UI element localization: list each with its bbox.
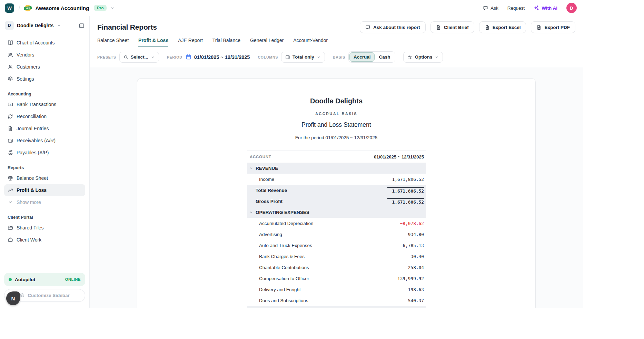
sidebar-item-vendors[interactable]: Vendors — [4, 49, 85, 61]
collapse-chevron-icon[interactable] — [249, 210, 253, 214]
account-value: 934.80 — [408, 232, 424, 237]
basis-label: BASIS — [333, 55, 345, 59]
period-value: 01/01/2025 ~ 12/31/2025 — [194, 54, 250, 60]
report-row-insurance[interactable]: Insurance 0 — [247, 306, 426, 308]
account-label: OPERATING EXPENSES — [256, 210, 309, 215]
account-value: 540.37 — [408, 298, 424, 303]
report-row-operating-expenses[interactable]: OPERATING EXPENSES — [247, 207, 426, 218]
chevron-down-icon — [57, 23, 61, 28]
sidebar-item-journal-entries[interactable]: Journal Entries — [4, 123, 85, 134]
sidebar-item-customers[interactable]: Customers — [4, 61, 85, 73]
account-label: Charitable Contributions — [259, 265, 309, 270]
sidebar-item-show-more[interactable]: Show more — [4, 196, 85, 208]
user-avatar[interactable]: D — [566, 3, 577, 13]
sidebar-item-receivables-a-r[interactable]: Receivables (A/R) — [4, 135, 85, 146]
sidebar-item-settings[interactable]: Settings — [4, 73, 85, 85]
autopilot-card[interactable]: Autopilot ONLINE — [4, 273, 85, 286]
workspace-name: Doodle Delights — [17, 23, 54, 28]
report-row-advertising: Advertising 934.80 — [247, 229, 426, 240]
tab-balance-sheet[interactable]: Balance Sheet — [97, 38, 129, 47]
presets-value: Select... — [131, 54, 148, 60]
account-label: Compensation to Officer — [259, 276, 309, 281]
account-column-header: ACCOUNT — [247, 155, 356, 159]
filter-bar: PRESETS Select... PERIOD 01/01/2025 ~ 12… — [90, 47, 583, 67]
report-row-income: Income 1,671,806.52 — [247, 174, 426, 185]
workspace-avatar: D — [5, 21, 14, 30]
ask-button[interactable]: Ask — [483, 6, 498, 11]
sidebar-item-label: Journal Entries — [17, 126, 49, 131]
workspace-switcher[interactable]: D Doodle Delights — [4, 20, 85, 31]
account-label: Income — [259, 177, 274, 182]
tab-aje-report[interactable]: AJE Report — [178, 38, 203, 47]
chat-icon — [365, 25, 370, 30]
file-text-icon — [436, 25, 441, 30]
sidebar-item-payables-a-p[interactable]: Payables (A/P) — [4, 147, 85, 158]
sidebar-item-label: Payables (A/P) — [17, 150, 49, 155]
page-header: Financial Reports Ask about this reportC… — [90, 16, 583, 33]
tab-trial-balance[interactable]: Trial Balance — [212, 38, 240, 47]
request-button[interactable]: Request — [507, 6, 525, 11]
sidebar: D Doodle Delights Chart of AccountsVendo… — [0, 16, 90, 308]
presets-select[interactable]: Select... — [119, 52, 159, 63]
sidebar-item-label: Customers — [17, 64, 40, 70]
columns-select[interactable]: Total only — [281, 52, 325, 63]
sliders-icon — [407, 55, 412, 60]
options-button[interactable]: Options — [403, 52, 443, 63]
account-label: Bank Charges & Fees — [259, 254, 305, 259]
account-label: Gross Profit — [256, 199, 283, 204]
account-label: REVENUE — [256, 166, 278, 171]
columns-icon — [285, 55, 290, 60]
ask-about-this-report-button[interactable]: Ask about this report — [360, 21, 426, 33]
app-name[interactable]: Awesome Accounting — [35, 5, 89, 11]
basis-option-cash[interactable]: Cash — [375, 52, 394, 62]
sidebar-nav: Chart of AccountsVendorsCustomersSetting… — [4, 37, 85, 246]
sidebar-item-label: Reconciliation — [17, 114, 47, 119]
report-row-compensation-to-officer: Compensation to Officer 139,999.92 — [247, 273, 426, 284]
report-content: Doodle Delights ACCRUAL BASIS Profit and… — [90, 67, 583, 308]
export-excel-button[interactable]: Export Excel — [479, 21, 526, 33]
columns-value: Total only — [293, 54, 314, 60]
file-text-icon — [8, 126, 13, 131]
sidebar-item-bank-transactions[interactable]: $Bank Transactions — [4, 99, 85, 110]
chevron-down-icon — [8, 199, 13, 205]
sidebar-item-label: Client Work — [17, 237, 41, 243]
header-actions: Ask about this reportClient BriefExport … — [360, 21, 575, 33]
sidebar-item-reconciliation[interactable]: Reconciliation — [4, 111, 85, 122]
sidebar-item-chart-of-accounts[interactable]: Chart of Accounts — [4, 37, 85, 49]
account-value: 139,999.92 — [397, 276, 424, 281]
sidebar-item-label: Shared Files — [17, 225, 44, 230]
tab-general-ledger[interactable]: General Ledger — [250, 38, 284, 47]
export-pdf-button[interactable]: Export PDF — [531, 21, 575, 33]
options-label: Options — [415, 54, 432, 60]
search-icon — [123, 55, 128, 60]
client-brief-button[interactable]: Client Brief — [430, 21, 474, 33]
folder-icon — [8, 225, 13, 230]
plan-badge: Pro — [94, 5, 107, 11]
sidebar-item-profit-loss[interactable]: Profit & Loss — [4, 184, 85, 196]
report-period: For the period 01/01/2025 ~ 12/31/2025 — [137, 135, 535, 140]
users-icon — [8, 52, 13, 58]
collapse-chevron-icon[interactable] — [249, 166, 253, 170]
wallet-icon — [8, 138, 13, 143]
customize-sidebar-label: Customize Sidebar — [28, 293, 70, 298]
report-company: Doodle Delights — [137, 97, 535, 105]
chevron-down-icon[interactable] — [110, 6, 115, 10]
banknote-icon: $ — [8, 102, 13, 107]
table-header-row: ACCOUNT 01/01/2025 ~ 12/31/2025 — [247, 151, 426, 163]
sidebar-item-client-work[interactable]: Client Work — [4, 234, 85, 246]
breadcrumb-separator: / — [19, 5, 20, 11]
tab-account-vendor[interactable]: Account-Vendor — [293, 38, 328, 47]
gear-icon — [20, 293, 25, 298]
app-emoji-icon: YES — [24, 5, 31, 11]
workspace-logo[interactable]: W — [5, 3, 14, 13]
basis-option-accrual[interactable]: Accrual — [349, 52, 375, 62]
sidebar-item-shared-files[interactable]: Shared Files — [4, 222, 85, 234]
panel-left-icon[interactable] — [79, 23, 85, 29]
tab-profit-loss[interactable]: Profit & Loss — [138, 38, 168, 47]
report-row-bank-charges-fees: Bank Charges & Fees 30.40 — [247, 251, 426, 262]
sidebar-item-balance-sheet[interactable]: Balance Sheet — [4, 172, 85, 184]
period-picker[interactable]: 01/01/2025 ~ 12/31/2025 — [186, 54, 250, 60]
report-row-revenue[interactable]: REVENUE — [247, 163, 426, 174]
with-ai-button[interactable]: With AI — [534, 5, 557, 11]
account-label: Delivery and Freight — [259, 287, 301, 292]
